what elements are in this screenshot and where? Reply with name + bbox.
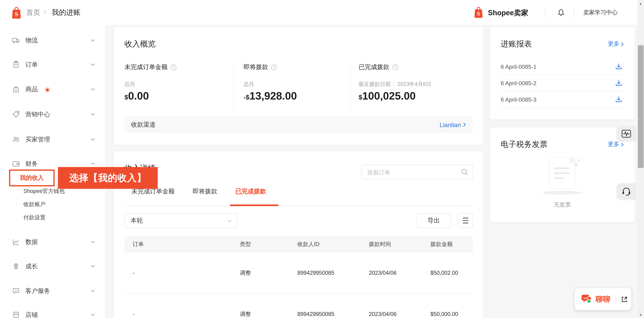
- line-chart-icon: [12, 238, 20, 246]
- search-input[interactable]: [366, 165, 458, 180]
- income-report-card: 进账报表 更多 6 April-0085-1 6 April-0085-2 6 …: [490, 27, 635, 119]
- help-icon[interactable]: ?: [170, 64, 177, 70]
- chevron-up-icon: [90, 161, 95, 166]
- chat-icon: [581, 294, 592, 304]
- svg-text:S: S: [477, 11, 480, 17]
- truck-icon: [12, 36, 20, 44]
- invoice-more-link[interactable]: 更多: [608, 141, 624, 148]
- notification-bell-icon[interactable]: [556, 8, 566, 17]
- tab-to-release[interactable]: 即将拨款: [192, 188, 217, 196]
- column-settings-button[interactable]: [458, 213, 473, 228]
- seller-learning-center-link[interactable]: 卖家学习中心: [583, 9, 618, 17]
- page-scrollbar[interactable]: ▲ ▼: [638, 0, 644, 318]
- download-icon[interactable]: [615, 63, 622, 70]
- sidebar-subitem-payout-account[interactable]: 收款账户: [24, 201, 46, 208]
- sidebar-item-orders[interactable]: 订单: [0, 58, 105, 71]
- sidebar-item-growth[interactable]: 成长: [0, 260, 105, 272]
- breadcrumb-current: 我的进账: [52, 8, 80, 17]
- brand-title: Shopee卖家: [488, 8, 528, 18]
- stat-released: 已完成拨款 ? 最近拨款日期： 2023年4月6日 $100,025.00: [358, 63, 474, 71]
- support-headset-button[interactable]: [617, 184, 636, 199]
- stat-value: $100,025.00: [358, 90, 416, 102]
- sidebar-subitem-my-income[interactable]: 我的收入: [9, 170, 54, 186]
- stat-value: -$13,928.00: [244, 90, 297, 102]
- chevron-down-icon: [90, 312, 95, 317]
- income-overview-card: 收入概览 未完成订单金额 ? 总共 $0.00 即将拨款 ? 总共 -$13,9…: [114, 27, 484, 145]
- report-title: 进账报表: [501, 39, 532, 49]
- svg-text:?: ?: [172, 65, 174, 69]
- channel-label: 收款渠道: [131, 121, 156, 129]
- chevron-right-icon: [620, 42, 624, 46]
- health-monitor-button[interactable]: [617, 127, 636, 141]
- round-filter-select[interactable]: 本轮: [124, 213, 238, 228]
- scroll-up-arrow[interactable]: ▲: [638, 0, 644, 7]
- chevron-down-icon: [90, 38, 95, 43]
- wallet-icon: [12, 160, 20, 168]
- seller-center-page: S 首页 › 我的进账 S Shopee卖家 卖家学习中心: [0, 0, 644, 318]
- chevron-right-icon: [620, 142, 624, 147]
- invoice-empty-state: 无发票: [490, 157, 635, 209]
- sidebar-item-data[interactable]: 数据: [0, 236, 105, 248]
- list-item: 6 April-0085-2: [501, 75, 623, 91]
- breadcrumb-home[interactable]: 首页: [26, 8, 40, 17]
- chevron-down-icon: [227, 218, 232, 223]
- chat-label: 聊聊: [596, 294, 610, 304]
- chat-divider: [616, 294, 616, 304]
- shopee-seller-logo-icon: S: [473, 6, 484, 19]
- bag-icon: [12, 85, 20, 93]
- clipboard-icon: [12, 60, 20, 69]
- sidebar-item-customer-service[interactable]: 客户服务: [0, 285, 105, 297]
- payout-table: 订单 类型 收款人ID 拨款时间 拨款金额 - 调整 899429950085 …: [124, 236, 473, 318]
- sidebar-item-marketing[interactable]: 营销中心: [0, 108, 105, 120]
- popout-icon[interactable]: [621, 295, 628, 303]
- help-icon[interactable]: ?: [271, 64, 277, 70]
- chat-widget[interactable]: 聊聊: [574, 288, 631, 310]
- help-icon[interactable]: ?: [392, 64, 398, 70]
- channel-link[interactable]: Lianlian: [440, 121, 466, 128]
- active-tab-underline: [230, 205, 278, 206]
- tax-invoice-card: 电子税务发票 更多 无发票: [490, 127, 635, 222]
- sidebar-item-products[interactable]: 商品: [0, 83, 105, 95]
- users-icon: [12, 135, 20, 143]
- stat-unreleased: 未完成订单金额 ? 总共 $0.00: [124, 63, 231, 71]
- sidebar-item-buyers[interactable]: 买家管理: [0, 133, 105, 145]
- tabs-divider: [124, 206, 473, 206]
- chevron-down-icon: [90, 137, 95, 142]
- svg-text:?: ?: [394, 65, 396, 69]
- income-detail-card: 收入详情 未完成订单金额 即将拨款 已完成拨款 本轮 导出 订单 类型: [114, 151, 484, 318]
- scroll-down-arrow[interactable]: ▼: [638, 311, 644, 318]
- tab-released[interactable]: 已完成拨款: [235, 188, 266, 196]
- download-icon[interactable]: [615, 96, 622, 103]
- chevron-down-icon: [90, 87, 95, 92]
- table-row: - 调整 899429950085 2023/04/06 $50,002.00: [124, 253, 473, 293]
- stat-value: $0.00: [124, 90, 149, 102]
- sidebar-item-shop[interactable]: 店铺: [0, 309, 105, 318]
- stat-divider: [233, 63, 234, 109]
- chevron-down-icon: [90, 288, 95, 293]
- empty-document-icon: [549, 157, 576, 189]
- pulse-monitor-icon: [622, 130, 631, 138]
- header-divider: [545, 8, 546, 18]
- storefront-icon: [12, 311, 20, 318]
- sidebar-item-logistics[interactable]: 物流: [0, 34, 105, 47]
- medal-icon: [12, 262, 20, 270]
- shopee-logo-icon[interactable]: S: [11, 6, 22, 19]
- stat-to-release: 即将拨款 ? 总共 -$13,928.00: [244, 63, 346, 71]
- headset-icon: [622, 186, 631, 196]
- notification-dot: [44, 87, 50, 92]
- sidebar-subitem-payment-settings[interactable]: 付款设置: [24, 214, 46, 221]
- chevron-down-icon: [90, 112, 95, 117]
- tutorial-annotation: 选择【我的收入】: [58, 167, 158, 189]
- search-icon[interactable]: [461, 168, 468, 176]
- report-list: 6 April-0085-1 6 April-0085-2 6 April-00…: [501, 58, 623, 108]
- report-more-link[interactable]: 更多: [608, 40, 624, 48]
- export-button[interactable]: 导出: [416, 213, 452, 228]
- stat-divider: [350, 63, 351, 109]
- scrollbar-thumb[interactable]: [638, 45, 644, 168]
- list-item: 6 April-0085-3: [501, 91, 623, 108]
- chevron-down-icon: [90, 62, 95, 67]
- top-header: S 首页 › 我的进账 S Shopee卖家 卖家学习中心: [0, 0, 644, 25]
- download-icon[interactable]: [615, 79, 622, 86]
- header-divider: [574, 8, 574, 18]
- svg-text:?: ?: [273, 65, 275, 69]
